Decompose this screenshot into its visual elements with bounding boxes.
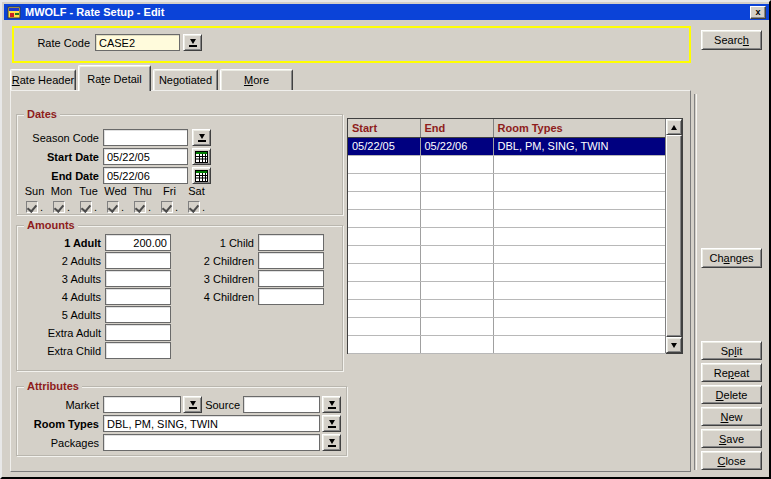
- grid-header-end: End: [420, 119, 493, 137]
- changes-button[interactable]: Changes: [701, 248, 762, 268]
- amounts-group-label: Amounts: [24, 219, 78, 232]
- start-date-calendar-button[interactable]: [192, 148, 211, 165]
- grid-row-empty[interactable]: [348, 335, 665, 353]
- amount-3-adults-label: 3 Adults: [20, 273, 101, 286]
- grid-row-empty[interactable]: [348, 209, 665, 227]
- new-button[interactable]: New: [701, 407, 762, 426]
- end-date-label: End Date: [20, 170, 99, 183]
- repeat-button[interactable]: Repeat: [701, 363, 762, 382]
- amount-1-adult-input[interactable]: [105, 234, 171, 251]
- window-title: MWOLF - Rate Setup - Edit: [25, 6, 750, 18]
- source-input[interactable]: [243, 396, 320, 413]
- grid-cell-start[interactable]: 05/22/05: [348, 137, 420, 155]
- market-input[interactable]: [103, 396, 181, 413]
- grid-header-room-types: Room Types: [493, 119, 665, 137]
- lov-underline-icon: [189, 45, 197, 47]
- season-code-lov-button[interactable]: [192, 129, 211, 146]
- amount-2-adults-input[interactable]: [105, 252, 171, 269]
- tab-rate-header[interactable]: Rate Header: [10, 69, 76, 90]
- day-checkbox-sat[interactable]: [188, 201, 200, 213]
- day-checkbox-tue[interactable]: [80, 201, 92, 213]
- day-suffix: .: [121, 201, 124, 213]
- rate-code-lov-button[interactable]: [183, 34, 202, 51]
- lov-underline-icon: [198, 140, 206, 142]
- tab-rate-detail[interactable]: Rate Detail: [78, 65, 151, 91]
- grid-row-empty[interactable]: [348, 317, 665, 335]
- lov-underline-icon: [328, 426, 336, 428]
- room-types-input[interactable]: [103, 415, 320, 432]
- market-lov-button[interactable]: [183, 396, 202, 413]
- day-checkbox-thu[interactable]: [134, 201, 146, 213]
- chevron-down-icon: [329, 439, 335, 444]
- grid-row-empty[interactable]: [348, 191, 665, 209]
- grid-header-row: Start End Room Types: [348, 119, 665, 137]
- grid-row-empty[interactable]: [348, 281, 665, 299]
- grid-header-start: Start: [348, 119, 420, 137]
- grid-row-empty[interactable]: [348, 173, 665, 191]
- amount-1-child-input[interactable]: [258, 234, 324, 251]
- day-label: Sun: [25, 185, 45, 198]
- packages-input[interactable]: [103, 434, 320, 451]
- app-icon: [7, 6, 21, 19]
- day-label: Wed: [104, 185, 126, 198]
- amount-2-children-label: 2 Children: [178, 255, 254, 268]
- amount-3-adults-input[interactable]: [105, 270, 171, 287]
- amount-extra-adult-label: Extra Adult: [20, 327, 101, 340]
- grid-row-selected[interactable]: 05/22/05 05/22/06 DBL, PM, SING, TWIN: [348, 137, 665, 155]
- amount-extra-adult-input[interactable]: [105, 324, 171, 341]
- rate-code-label: Rate Code: [28, 37, 90, 50]
- day-checkbox-sun[interactable]: [26, 201, 38, 213]
- search-button[interactable]: Search: [701, 30, 762, 50]
- amount-4-adults-input[interactable]: [105, 288, 171, 305]
- day-column-thu: Thu .: [129, 185, 156, 213]
- day-suffix: .: [67, 201, 70, 213]
- amount-1-child-label: 1 Child: [178, 237, 254, 250]
- rate-code-input[interactable]: [95, 34, 180, 51]
- day-label: Mon: [51, 185, 72, 198]
- season-code-input[interactable]: [103, 129, 188, 146]
- day-suffix: .: [148, 201, 151, 213]
- packages-lov-button[interactable]: [322, 434, 341, 451]
- day-checkbox-wed[interactable]: [107, 201, 119, 213]
- day-column-fri: Fri .: [156, 185, 183, 213]
- season-code-label: Season Code: [20, 132, 99, 145]
- scroll-up-button[interactable]: [666, 119, 682, 135]
- delete-button[interactable]: Delete: [701, 385, 762, 404]
- end-date-calendar-button[interactable]: [192, 167, 211, 184]
- amount-1-adult-label: 1 Adult: [20, 237, 101, 250]
- amount-3-children-input[interactable]: [258, 270, 324, 287]
- calendar-icon: [195, 170, 208, 182]
- grid-row-empty[interactable]: [348, 299, 665, 317]
- grid-row-empty[interactable]: [348, 155, 665, 173]
- day-column-sat: Sat .: [183, 185, 210, 213]
- amount-2-children-input[interactable]: [258, 252, 324, 269]
- source-lov-button[interactable]: [322, 396, 341, 413]
- day-label: Sat: [188, 185, 205, 198]
- grid-cell-end[interactable]: 05/22/06: [420, 137, 493, 155]
- grid-scrollbar[interactable]: [665, 119, 682, 353]
- room-types-lov-button[interactable]: [322, 415, 341, 432]
- day-column-mon: Mon .: [48, 185, 75, 213]
- end-date-input[interactable]: [103, 167, 188, 184]
- arrow-down-icon: [671, 343, 677, 348]
- day-checkbox-mon[interactable]: [53, 201, 65, 213]
- grid-cell-room-types[interactable]: DBL, PM, SING, TWIN: [493, 137, 665, 155]
- scroll-down-button[interactable]: [666, 337, 682, 353]
- amount-4-children-input[interactable]: [258, 288, 324, 305]
- grid-row-empty[interactable]: [348, 227, 665, 245]
- tab-negotiated[interactable]: Negotiated: [153, 69, 218, 90]
- tab-more[interactable]: More: [220, 69, 293, 90]
- amount-extra-child-input[interactable]: [105, 342, 171, 359]
- close-window-button[interactable]: x: [750, 6, 766, 19]
- save-button[interactable]: Save: [701, 429, 762, 448]
- scroll-thumb[interactable]: [666, 135, 682, 337]
- grid-row-empty[interactable]: [348, 263, 665, 281]
- day-checkbox-fri[interactable]: [161, 201, 173, 213]
- day-suffix: .: [94, 201, 97, 213]
- start-date-input[interactable]: [103, 148, 188, 165]
- split-button[interactable]: Split: [701, 341, 762, 360]
- day-label: Tue: [79, 185, 98, 198]
- grid-row-empty[interactable]: [348, 245, 665, 263]
- amount-5-adults-input[interactable]: [105, 306, 171, 323]
- close-button[interactable]: Close: [701, 451, 762, 470]
